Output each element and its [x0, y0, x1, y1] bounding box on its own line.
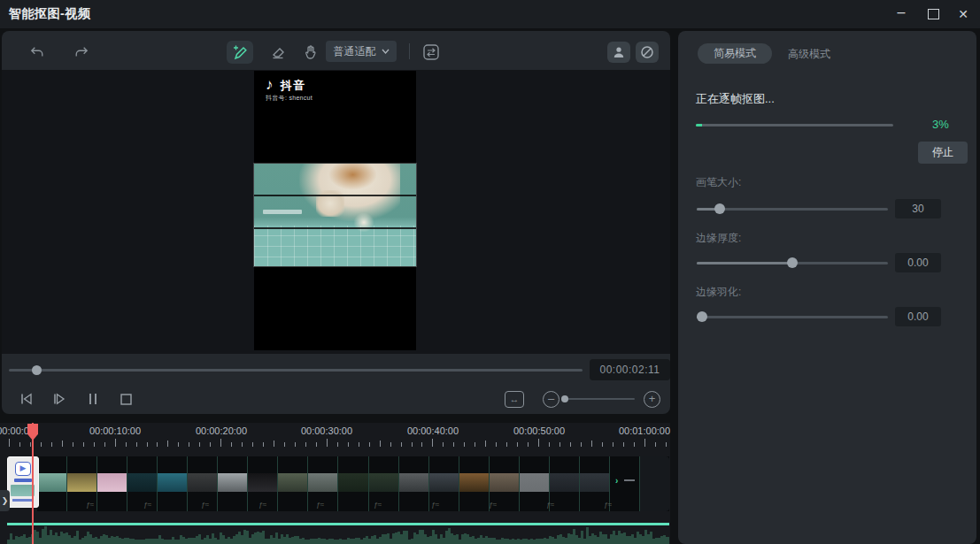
tab-advanced-mode[interactable]: 高级模式 — [788, 47, 830, 62]
edge-thickness-slider[interactable] — [697, 257, 888, 268]
ruler-label: 00:00:40:00 — [407, 425, 459, 436]
compare-icon — [422, 43, 440, 61]
zoom-out-button[interactable]: – — [543, 391, 559, 408]
timeline-segment[interactable] — [338, 456, 368, 511]
brush-size-value[interactable]: 30 — [895, 199, 941, 218]
timeline-segment[interactable] — [218, 456, 248, 511]
maximize-button[interactable] — [923, 5, 943, 23]
timeline-zoom-thumb[interactable] — [561, 395, 568, 402]
pause-icon — [88, 393, 98, 405]
ruler-tick — [380, 441, 381, 447]
timeline-segment[interactable]: › — [610, 456, 640, 511]
redo-button[interactable] — [68, 41, 95, 64]
ruler-tick — [644, 439, 645, 447]
video-canvas[interactable]: ♪ 抖音 抖音号: shencut — [254, 71, 416, 350]
close-button[interactable]: ✕ — [953, 5, 973, 23]
slider-knob[interactable] — [697, 311, 707, 322]
ruler-tick — [30, 442, 31, 447]
tab-simple-mode[interactable]: 简易模式 — [698, 43, 772, 64]
eraser-button[interactable] — [265, 41, 291, 64]
slider-knob[interactable] — [714, 203, 725, 214]
next-frame-icon — [52, 393, 66, 405]
audio-waveform[interactable] — [7, 525, 669, 544]
title-bar: 智能抠图-视频 – ✕ — [0, 0, 980, 28]
clip-marker: ƒ≈ — [316, 501, 324, 509]
ruler-tick — [83, 442, 84, 447]
ruler-tick — [412, 442, 413, 447]
timeline[interactable]: 00:00:00:0000:00:10:0000:00:20:0000:00:3… — [0, 423, 670, 544]
hand-icon — [303, 44, 318, 60]
playhead-flag[interactable] — [27, 424, 38, 441]
compare-button[interactable] — [418, 41, 444, 64]
ruler-tick — [390, 442, 391, 447]
timeline-segment[interactable] — [399, 456, 429, 511]
fit-timeline-button[interactable]: ↔ — [505, 391, 524, 408]
playhead[interactable] — [32, 423, 34, 544]
adapt-mode-dropdown[interactable]: 普通适配 — [326, 41, 397, 62]
film-strip[interactable]: › — [37, 456, 669, 511]
ruler-tick — [337, 442, 338, 447]
timeline-segment[interactable] — [459, 456, 490, 511]
clip-thumbnail-image — [11, 485, 35, 496]
zoom-in-button[interactable]: + — [644, 391, 660, 408]
play-badge-icon: ▶ — [15, 462, 31, 476]
timeline-first-clip[interactable]: ▶ — [7, 456, 39, 508]
previous-frame-button[interactable] — [18, 391, 35, 407]
timeline-thumbnail — [429, 473, 459, 492]
watermark-text-blur — [263, 210, 302, 214]
ruler-tick — [443, 442, 444, 447]
clip-marker: ƒ≈ — [374, 501, 382, 509]
ruler-tick — [506, 442, 507, 447]
stop-matting-button[interactable]: 停止 — [918, 142, 968, 164]
ruler-tick — [485, 441, 486, 447]
ruler-tick — [178, 442, 179, 447]
timeline-segment[interactable] — [640, 456, 669, 511]
timeline-segment[interactable] — [97, 456, 127, 511]
timeline-zoom-slider[interactable] — [562, 398, 635, 400]
timeline-segment[interactable] — [278, 456, 308, 511]
ruler-label: 00:00:10:00 — [89, 425, 141, 436]
edge-feather-slider[interactable] — [697, 311, 888, 322]
timeline-thumbnail — [97, 473, 127, 492]
slider-knob[interactable] — [787, 257, 798, 268]
hand-tool-button[interactable] — [297, 41, 323, 64]
ruler-tick — [453, 442, 454, 447]
editor-toolbar: 普通适配 — [2, 31, 670, 70]
timeline-thumbnail — [338, 473, 367, 492]
timeline-segment[interactable] — [37, 456, 67, 511]
portrait-mode-button[interactable] — [607, 42, 630, 63]
stop-playback-button[interactable] — [117, 391, 135, 407]
slider-track[interactable] — [697, 208, 888, 211]
seek-slider-thumb[interactable] — [32, 365, 42, 375]
edge-thickness-value[interactable]: 0.00 — [895, 253, 941, 272]
timeline-thumbnail — [67, 473, 96, 492]
slider-track[interactable] — [697, 316, 888, 318]
timeline-segment[interactable] — [158, 456, 188, 511]
ruler-tick — [528, 442, 529, 447]
edge-feather-value[interactable]: 0.00 — [895, 307, 941, 326]
pause-button[interactable] — [84, 391, 102, 407]
ruler-tick — [51, 442, 52, 447]
ruler-tick — [157, 442, 158, 447]
timeline-thumbnail — [308, 473, 337, 492]
seek-slider[interactable] — [9, 369, 583, 372]
ruler-label: 00:00:20:00 — [196, 425, 247, 436]
ruler-tick — [9, 439, 10, 447]
video-frame[interactable] — [254, 164, 416, 266]
timeline-segment[interactable] — [520, 456, 550, 511]
minimize-button[interactable]: – — [891, 5, 911, 23]
previous-frame-icon — [19, 393, 34, 405]
undo-button[interactable] — [24, 41, 50, 64]
matting-panel: 简易模式 高级模式 正在逐帧抠图... 3% 停止 画笔大小: 30 边缘厚度:… — [678, 31, 976, 544]
chevron-down-icon — [382, 49, 390, 54]
track-expand-handle[interactable]: ❯ — [0, 490, 10, 511]
clip-marker: ƒ≈ — [431, 501, 439, 509]
eraser-icon — [270, 44, 286, 60]
disable-effect-button[interactable] — [636, 42, 659, 63]
clip-marker: ƒ≈ — [259, 501, 266, 509]
ruler-tick — [104, 442, 105, 447]
brush-size-slider[interactable] — [697, 203, 888, 214]
brush-add-button[interactable] — [227, 41, 253, 64]
ruler-tick — [517, 442, 518, 447]
next-frame-button[interactable] — [50, 391, 68, 407]
